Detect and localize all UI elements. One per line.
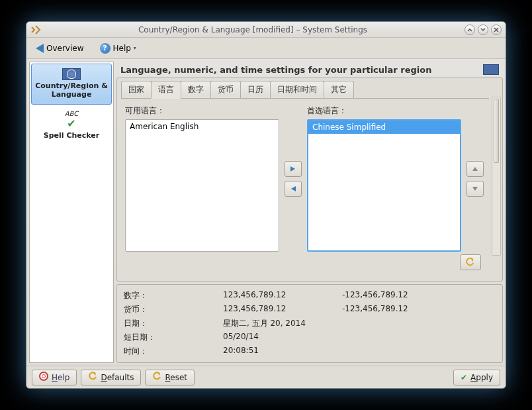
preview-row: 数字： 123,456,789.12 -123,456,789.12 bbox=[124, 289, 496, 303]
tab-body-language: 可用语言： American English bbox=[121, 98, 489, 278]
move-up-button[interactable] bbox=[466, 161, 484, 177]
sidebar-item-label: Spell Checker bbox=[32, 131, 111, 140]
window-title: Country/Region & Language [modified] – S… bbox=[44, 25, 462, 34]
sidebar-item-spellcheck[interactable]: ABC ✔ Spell Checker bbox=[30, 106, 113, 145]
close-button[interactable] bbox=[491, 25, 502, 35]
available-languages-list[interactable]: American English bbox=[125, 119, 279, 252]
add-language-button[interactable] bbox=[285, 161, 302, 177]
help-icon: ? bbox=[100, 43, 111, 54]
footer: Help Defaults Reset ✔ Apply bbox=[26, 366, 506, 388]
toolbar: Overview ? Help ▾ bbox=[26, 38, 506, 59]
list-item[interactable]: American English bbox=[126, 120, 279, 133]
undo-icon bbox=[88, 372, 97, 383]
tab-container: 国家 语言 数字 货币 日历 日期和时间 其它 可用语言： American E… bbox=[116, 77, 503, 282]
preferred-languages-list[interactable]: Chinese Simplified bbox=[307, 119, 461, 252]
app-icon bbox=[30, 25, 41, 35]
svg-point-1 bbox=[42, 375, 46, 378]
preview-row: 货币： 123,456,789.12 -123,456,789.12 bbox=[124, 303, 496, 317]
tab-calendar[interactable]: 日历 bbox=[240, 81, 271, 98]
help-label-u: H bbox=[52, 373, 58, 382]
undo-icon bbox=[152, 372, 161, 383]
sidebar: Country/Region & Language ABC ✔ Spell Ch… bbox=[29, 62, 114, 363]
maximize-button[interactable] bbox=[478, 25, 488, 35]
move-down-button[interactable] bbox=[466, 181, 484, 197]
tab-datetime[interactable]: 日期和时间 bbox=[270, 81, 324, 98]
revert-languages-button[interactable] bbox=[460, 254, 481, 270]
format-preview: 数字： 123,456,789.12 -123,456,789.12 货币： 1… bbox=[116, 284, 503, 363]
chevron-down-icon: ▾ bbox=[134, 45, 136, 51]
page-title: Language, numeric, and time settings for… bbox=[120, 65, 483, 75]
main-area: Country/Region & Language ABC ✔ Spell Ch… bbox=[26, 59, 506, 366]
content: Language, numeric, and time settings for… bbox=[116, 62, 503, 363]
tab-language[interactable]: 语言 bbox=[151, 81, 181, 99]
help-button[interactable]: Help bbox=[32, 370, 77, 385]
available-languages-label: 可用语言： bbox=[125, 105, 279, 117]
sidebar-item-locale[interactable]: Country/Region & Language bbox=[31, 64, 112, 105]
tab-country[interactable]: 国家 bbox=[121, 81, 152, 98]
titlebar: Country/Region & Language [modified] – S… bbox=[26, 22, 506, 38]
window: Country/Region & Language [modified] – S… bbox=[26, 21, 506, 389]
reset-button[interactable]: Reset bbox=[145, 370, 195, 385]
preview-row: 日期： 星期二, 五月 20, 2014 bbox=[124, 317, 496, 331]
preview-row: 短日期： 05/20/14 bbox=[124, 331, 496, 344]
abc-icon: ABC bbox=[65, 110, 79, 117]
globe-flag-icon bbox=[62, 68, 81, 80]
checkmark-icon: ✔ bbox=[67, 117, 75, 130]
tab-numbers[interactable]: 数字 bbox=[181, 81, 211, 98]
sidebar-item-label: Country/Region & Language bbox=[34, 81, 109, 99]
lifebuoy-icon bbox=[39, 372, 48, 383]
content-header: Language, numeric, and time settings for… bbox=[116, 62, 503, 77]
preview-row: 时间： 20:08:51 bbox=[124, 344, 496, 358]
apply-button[interactable]: ✔ Apply bbox=[453, 370, 500, 385]
region-flag-icon bbox=[483, 64, 499, 75]
help-label: Help bbox=[113, 44, 131, 53]
back-arrow-icon bbox=[36, 44, 44, 53]
minimize-button[interactable] bbox=[465, 25, 475, 35]
preferred-languages-label: 首选语言： bbox=[307, 105, 461, 117]
vertical-scrollbar[interactable] bbox=[492, 97, 501, 256]
checkmark-icon: ✔ bbox=[461, 373, 467, 382]
overview-label: Overview bbox=[46, 44, 84, 53]
overview-button[interactable]: Overview bbox=[30, 42, 89, 55]
tab-other[interactable]: 其它 bbox=[324, 81, 354, 98]
list-item[interactable]: Chinese Simplified bbox=[308, 121, 460, 134]
tab-strip: 国家 语言 数字 货币 日历 日期和时间 其它 bbox=[117, 78, 502, 98]
defaults-button[interactable]: Defaults bbox=[81, 370, 141, 385]
help-menu-button[interactable]: ? Help ▾ bbox=[95, 41, 142, 56]
tab-currency[interactable]: 货币 bbox=[210, 81, 241, 98]
remove-language-button[interactable] bbox=[285, 181, 302, 197]
